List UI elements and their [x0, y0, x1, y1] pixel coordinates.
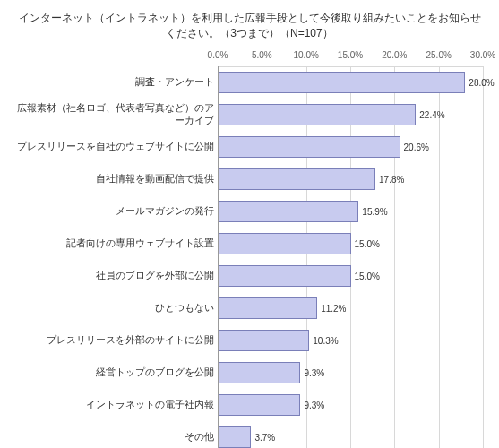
bar-row: メールマガジンの発行15.9% [16, 195, 483, 228]
bar [219, 265, 351, 287]
bar-row: 自社情報を動画配信で提供17.8% [16, 163, 483, 195]
bar [219, 394, 300, 416]
value-label: 9.3% [304, 400, 324, 409]
value-label: 15.9% [362, 206, 387, 216]
bar [219, 330, 309, 351]
bar-row: プレスリリースを自社のウェブサイトに公開20.6% [16, 131, 483, 163]
bar-row: イントラネットの電子社内報9.3% [16, 389, 483, 421]
bar-row: ひとつもない11.2% [16, 292, 483, 324]
bar [219, 104, 416, 125]
plot-area: 0.0%5.0%10.0%15.0%20.0%25.0%30.0% 調査・アンケ… [16, 50, 483, 448]
bar-row: 社員のブログを外部に公開15.0% [16, 260, 483, 292]
category-label: 自社情報を動画配信で提供 [16, 173, 218, 185]
bar [219, 426, 251, 448]
x-tick-label: 5.0% [252, 50, 272, 60]
bar-row: 調査・アンケート28.0% [16, 66, 483, 99]
bar-cell: 17.8% [218, 163, 483, 195]
chart-title: インターネット（イントラネット）を利用した広報手段として今後取り組みたいことをお… [16, 11, 483, 41]
bar-row: 広報素材（社名ロゴ、代表者写真など）のアーカイブ22.4% [16, 99, 483, 131]
bar [219, 201, 358, 222]
category-label: イントラネットの電子社内報 [16, 399, 218, 410]
value-label: 10.3% [313, 335, 338, 345]
category-label: プレスリリースを外部のサイトに公開 [16, 334, 218, 346]
category-label: その他 [16, 431, 218, 443]
category-label: 広報素材（社名ロゴ、代表者写真など）のアーカイブ [16, 102, 218, 125]
bar-cell: 15.0% [218, 260, 483, 292]
bar [219, 136, 400, 158]
value-label: 28.0% [469, 77, 494, 87]
value-label: 17.8% [379, 174, 404, 184]
x-tick-label: 25.0% [426, 50, 451, 60]
category-label: 記者向けの専用ウェブサイト設置 [16, 237, 218, 249]
category-label: 社員のブログを外部に公開 [16, 270, 218, 281]
bar [219, 297, 317, 319]
bar-row: 経営トップのブログを公開9.3% [16, 357, 483, 389]
bar [219, 233, 351, 254]
bar-row: プレスリリースを外部のサイトに公開10.3% [16, 324, 483, 357]
bar-cell: 28.0% [218, 66, 483, 99]
bar-row: その他3.7% [16, 421, 483, 448]
x-tick-label: 30.0% [470, 50, 495, 60]
category-label: 調査・アンケート [16, 76, 218, 88]
value-label: 9.3% [304, 367, 324, 377]
category-label: ひとつもない [16, 302, 218, 314]
x-tick-label: 10.0% [293, 50, 318, 60]
bar-cell: 15.0% [218, 228, 483, 260]
bar-cell: 20.6% [218, 131, 483, 163]
category-label: 経営トップのブログを公開 [16, 366, 218, 378]
bars-area: 調査・アンケート28.0%広報素材（社名ロゴ、代表者写真など）のアーカイブ22.… [16, 66, 483, 448]
bar [219, 72, 465, 93]
x-tick-label: 20.0% [382, 50, 407, 60]
bar [219, 168, 375, 190]
category-label: メールマガジンの発行 [16, 205, 218, 217]
chart: インターネット（イントラネット）を利用した広報手段として今後取り組みたいことをお… [0, 0, 499, 448]
bar [219, 362, 300, 383]
category-label: プレスリリースを自社のウェブサイトに公開 [16, 141, 218, 152]
value-label: 3.7% [254, 432, 275, 442]
bar-cell: 22.4% [218, 99, 483, 131]
value-label: 15.0% [355, 238, 380, 248]
value-label: 20.6% [404, 142, 429, 151]
bar-cell: 3.7% [218, 421, 483, 448]
bar-cell: 9.3% [218, 389, 483, 421]
bar-cell: 10.3% [218, 324, 483, 357]
x-axis-top: 0.0%5.0%10.0%15.0%20.0%25.0%30.0% [16, 50, 483, 66]
value-label: 15.0% [355, 271, 380, 280]
bar-row: 記者向けの専用ウェブサイト設置15.0% [16, 228, 483, 260]
value-label: 11.2% [321, 303, 346, 313]
x-tick-label: 0.0% [208, 50, 228, 60]
bar-cell: 11.2% [218, 292, 483, 324]
x-tick-label: 15.0% [338, 50, 363, 60]
value-label: 22.4% [419, 109, 444, 119]
bar-cell: 9.3% [218, 357, 483, 389]
bar-cell: 15.9% [218, 195, 483, 228]
